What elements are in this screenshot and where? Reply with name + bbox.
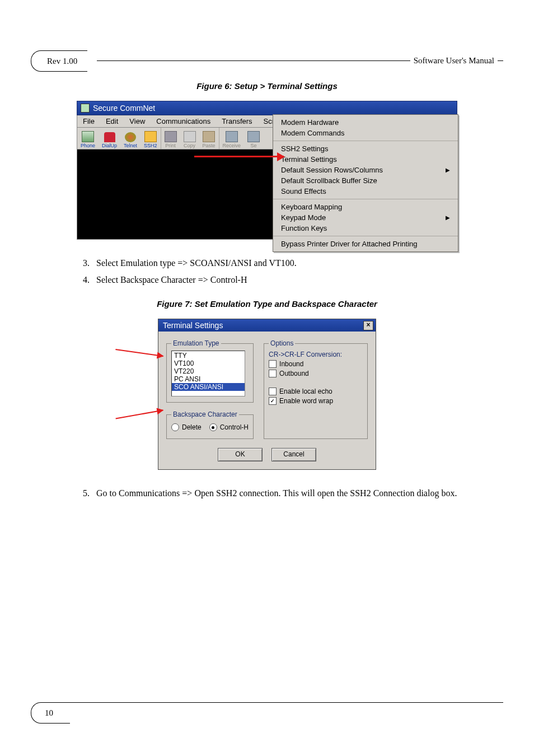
step-4: 4. Select Backspace Character => Control… [73,273,495,287]
menu-scrollback-size[interactable]: Default Scrollback Buffer Size [273,175,458,186]
toolbar-paste-label: Paste [203,143,216,148]
backspace-label: Backspace Character [171,410,239,418]
toolbar-dialup[interactable]: DialUp [99,128,120,149]
chevron-right-icon: ▶ [446,167,450,173]
figure6: Secure CommNet File Edit View Communicat… [77,101,457,240]
toolbar-send[interactable]: Se [244,128,260,149]
checkbox-icon [269,388,277,395]
emulation-opt-scoansi[interactable]: SCO ANSI/ANSI [172,383,245,391]
toolbar-telnet-label: Telnet [124,143,137,148]
menu-default-rows-cols[interactable]: Default Session Rows/Columns▶ [273,165,458,175]
checkbox-icon [269,370,277,377]
options-fieldset: Options CR->CR-LF Conversion: Inbound Ou… [264,339,368,439]
menu-sound-effects[interactable]: Sound Effects [273,186,458,197]
rev-label: Rev 1.00 [31,50,87,72]
menu-ssh2-settings[interactable]: SSH2 Settings [273,143,458,154]
cancel-button[interactable]: Cancel [271,448,316,461]
app-icon [81,104,90,113]
emulation-type-fieldset: Emulation Type TTY VT100 VT220 PC ANSI S… [166,339,254,403]
figure7-caption: Figure 7: Set Emulation Type and Backspa… [39,299,495,309]
toolbar-print[interactable]: Print [161,128,180,149]
figure6-caption: Figure 6: Setup > Terminal Settings [39,81,495,91]
toolbar-receive[interactable]: Receive [219,128,245,149]
menu-transfers[interactable]: Transfers [216,115,257,127]
backspace-delete-radio[interactable]: Delete [171,423,202,431]
radio-icon [171,423,179,431]
paste-icon [203,131,215,142]
footer-rule [70,702,503,703]
emulation-opt-pcansi[interactable]: PC ANSI [172,375,245,383]
toolbar-print-label: Print [165,143,176,148]
callout-arrow-icon [115,410,163,419]
setup-dropdown: Modem Hardware Modem Commands SSH2 Setti… [273,114,458,252]
menu-bypass-printer[interactable]: Bypass Printer Driver for Attached Print… [273,239,458,249]
options-label: Options [269,339,295,347]
menu-modem-hardware[interactable]: Modem Hardware [273,117,458,128]
emulation-listbox[interactable]: TTY VT100 VT220 PC ANSI SCO ANSI/ANSI [171,351,245,396]
step-5: 5. Go to Communications => Open SSH2 con… [73,487,495,500]
toolbar-telnet[interactable]: Telnet [120,128,140,149]
toolbar-copy[interactable]: Copy [180,128,199,149]
toolbar-receive-label: Receive [223,143,241,148]
terminal-area [77,150,274,240]
toolbar-ssh2-label: SSH2 [144,143,157,148]
page-header: Rev 1.00 Software User's Manual [31,50,503,71]
checkbox-icon [269,360,277,368]
terminal-settings-dialog: Terminal Settings × Emulation Type TTY V… [158,319,376,470]
send-icon [247,131,260,142]
page-footer: 10 [31,702,503,722]
chevron-right-icon: ▶ [446,214,450,221]
checkbox-icon [269,397,277,405]
menu-file[interactable]: File [77,115,100,127]
menu-communications[interactable]: Communications [151,115,216,127]
local-echo-checkbox[interactable]: Enable local echo [269,388,363,395]
emulation-opt-vt100[interactable]: VT100 [172,360,245,367]
callout-arrow-icon [194,156,284,157]
toolbar-phonebook[interactable]: Phone [77,128,99,149]
menu-modem-commands[interactable]: Modem Commands [273,128,458,138]
ok-button[interactable]: OK [218,448,263,461]
inbound-checkbox[interactable]: Inbound [269,360,363,368]
lock-icon [144,131,157,142]
toolbar-dialup-label: DialUp [102,143,117,148]
emulation-opt-vt220[interactable]: VT220 [172,367,245,375]
menu-terminal-settings[interactable]: Terminal Settings [273,154,458,165]
receive-icon [226,131,238,142]
menu-view[interactable]: View [124,115,151,127]
app-title: Secure CommNet [93,104,155,113]
phone-icon [104,132,115,142]
toolbar-se-label: Se [251,143,257,148]
copy-icon [184,131,196,142]
toolbar-copy-label: Copy [184,143,195,148]
menu-function-keys[interactable]: Function Keys [273,223,458,234]
page-number: 10 [31,702,70,724]
app-titlebar: Secure CommNet [77,101,457,115]
outbound-checkbox[interactable]: Outbound [269,370,363,377]
close-button[interactable]: × [363,321,373,330]
step-3: 3. Select Emulation type => SCOANSI/ANSI… [73,256,495,270]
dialog-title: Terminal Settings [163,321,223,330]
radio-icon [209,423,217,431]
menu-keypad-mode[interactable]: Keypad Mode▶ [273,212,458,223]
figure7: Terminal Settings × Emulation Type TTY V… [158,319,376,470]
backspace-fieldset: Backspace Character Delete Control-H [166,410,254,439]
manual-title: Software User's Manual [410,50,498,71]
globe-icon [125,132,136,142]
backspace-controlh-radio[interactable]: Control-H [209,423,249,431]
emulation-opt-tty[interactable]: TTY [172,352,245,360]
crlf-label: CR->CR-LF Conversion: [269,351,363,358]
toolbar-paste[interactable]: Paste [199,128,219,149]
toolbar-phone-label: Phone [81,143,95,148]
menu-keyboard-mapping[interactable]: Keyboard Mapping [273,202,458,212]
phonebook-icon [82,131,94,142]
toolbar: Phone DialUp Telnet SSH2 [77,128,274,150]
dialog-titlebar: Terminal Settings × [158,319,376,332]
printer-icon [165,131,177,142]
emulation-type-label: Emulation Type [171,339,221,347]
word-wrap-checkbox[interactable]: Enable word wrap [269,397,363,405]
menu-edit[interactable]: Edit [100,115,124,127]
toolbar-ssh2[interactable]: SSH2 [140,128,161,149]
callout-arrow-icon [115,349,163,357]
